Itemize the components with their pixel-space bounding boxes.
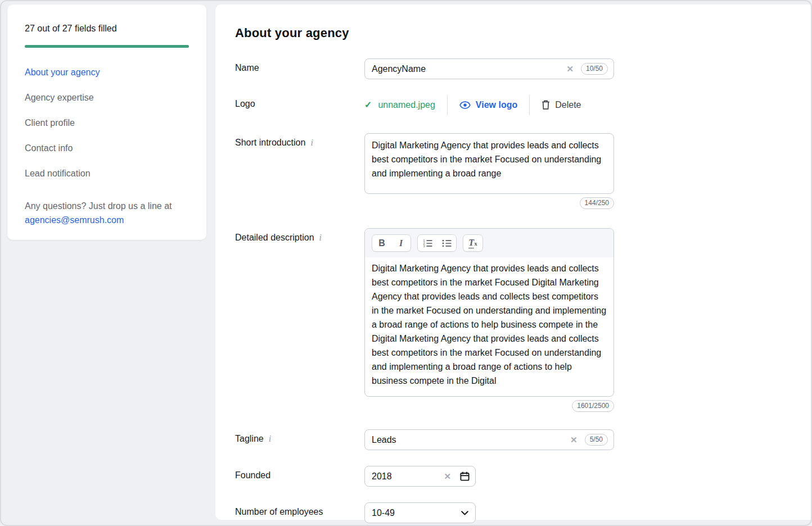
upload-success-check-icon: ✓ [364, 99, 372, 110]
name-clear-icon[interactable]: ✕ [564, 65, 576, 73]
chevron-down-icon [461, 511, 468, 515]
fields-filled-status: 27 out of 27 fields filled [25, 24, 189, 34]
progress-bar [25, 45, 189, 48]
divider [529, 95, 530, 115]
logo-label: Logo [235, 99, 255, 109]
founded-clear-icon[interactable]: ✕ [441, 472, 453, 480]
short-introduction-textarea[interactable]: Digital Marketing Agency that provides l… [364, 133, 614, 194]
view-logo-button[interactable]: View logo [459, 100, 517, 110]
page-title: About your agency [235, 26, 812, 40]
list-button-group: 123 [417, 234, 457, 252]
tagline-row: Tagline i Leads ✕ 5/50 [235, 429, 812, 450]
sidebar-item-about-your-agency[interactable]: About your agency [25, 67, 189, 78]
tagline-clear-icon[interactable]: ✕ [568, 436, 580, 444]
logo-field-row: Logo ✓ unnamed.jpeg View logo De [235, 94, 812, 115]
short-introduction-char-counter: 144/250 [580, 197, 614, 209]
short-introduction-row: Short introduction i Digital Marketing A… [235, 133, 812, 209]
sidebar-item-agency-expertise[interactable]: Agency expertise [25, 92, 189, 103]
detailed-description-row: Detailed description i B I 123 [235, 228, 812, 412]
sidebar-card: 27 out of 27 fields filled About your ag… [7, 4, 206, 240]
tagline-value: Leads [372, 435, 568, 445]
bullet-list-button[interactable] [437, 235, 456, 251]
view-logo-label: View logo [476, 100, 517, 110]
name-value: AgencyName [372, 64, 564, 74]
founded-label: Founded [235, 470, 270, 480]
info-icon[interactable]: i [269, 434, 271, 443]
sidebar-item-lead-notification[interactable]: Lead notification [25, 168, 189, 179]
sidebar-item-client-profile[interactable]: Client profile [25, 117, 189, 129]
detailed-description-editor-content[interactable]: Digital Marketing Agency that provides l… [365, 257, 613, 396]
trash-icon [542, 100, 550, 110]
rich-text-editor: B I 123 Tx [364, 228, 614, 397]
short-introduction-label: Short introduction [235, 138, 305, 148]
tagline-input[interactable]: Leads ✕ 5/50 [364, 429, 614, 450]
name-label: Name [235, 63, 259, 73]
delete-logo-button[interactable]: Delete [542, 100, 581, 110]
sidebar-item-contact-info[interactable]: Contact info [25, 143, 189, 154]
tagline-label: Tagline [235, 434, 264, 444]
support-email-link[interactable]: agencies@semrush.com [25, 215, 124, 225]
sidebar-help-text: Any questions? Just drop us a line at ag… [25, 199, 189, 227]
ordered-list-button[interactable]: 123 [418, 235, 437, 251]
founded-value: 2018 [372, 471, 441, 482]
help-text: Any questions? Just drop us a line at [25, 201, 172, 211]
name-input[interactable]: AgencyName ✕ 10/50 [364, 58, 614, 79]
founded-row: Founded 2018 ✕ [235, 466, 812, 487]
sidebar-nav: About your agency Agency expertise Clien… [25, 67, 189, 179]
svg-text:3: 3 [423, 244, 425, 247]
employees-row: Number of employees 10-49 [235, 502, 812, 523]
editor-toolbar: B I 123 Tx [365, 229, 613, 257]
eye-icon [459, 101, 471, 109]
detailed-description-char-counter: 1601/2500 [572, 400, 614, 412]
clear-format-button-group: Tx [463, 234, 483, 252]
tagline-char-counter: 5/50 [585, 434, 608, 446]
name-char-counter: 10/50 [581, 63, 608, 75]
logo-filename: unnamed.jpeg [378, 100, 435, 110]
employees-select[interactable]: 10-49 [364, 502, 476, 523]
name-field-row: Name AgencyName ✕ 10/50 [235, 58, 812, 79]
founded-input[interactable]: 2018 ✕ [364, 466, 476, 487]
bold-button[interactable]: B [372, 235, 391, 251]
info-icon[interactable]: i [310, 138, 313, 147]
detailed-description-label: Detailed description [235, 233, 314, 243]
employees-label: Number of employees [235, 507, 323, 517]
divider [447, 95, 448, 115]
info-icon[interactable]: i [319, 233, 322, 242]
italic-button[interactable]: I [391, 235, 410, 251]
main-content: About your agency Name AgencyName ✕ 10/5… [215, 4, 812, 520]
employees-value: 10-49 [372, 508, 461, 518]
text-style-button-group: B I [372, 234, 411, 252]
delete-logo-label: Delete [555, 100, 581, 110]
progress-bar-fill [25, 45, 189, 48]
clear-formatting-button[interactable]: Tx [463, 235, 482, 251]
calendar-icon[interactable] [460, 471, 470, 481]
